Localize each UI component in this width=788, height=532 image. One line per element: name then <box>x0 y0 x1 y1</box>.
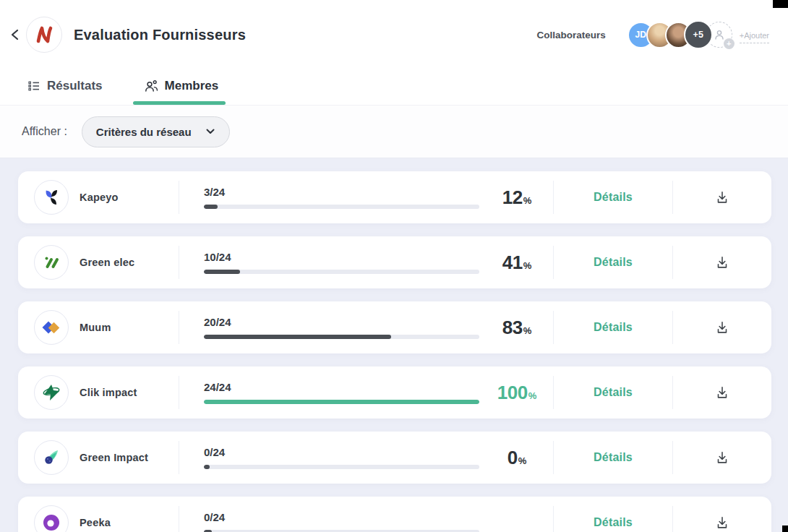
tab-bar: Résultats Membres <box>0 69 788 105</box>
member-row-clik-impact: Clik impact 24/24 100 % Détails <box>18 366 771 419</box>
member-identity: Green Impact <box>18 440 179 475</box>
member-row-muum: Muum 20/24 83 % Détails <box>18 301 771 353</box>
percent-unit: % <box>528 390 537 401</box>
progress-fraction: 24/24 <box>204 381 479 393</box>
chevron-left-icon <box>9 28 21 41</box>
progress-fraction: 0/24 <box>204 511 479 523</box>
download-button[interactable] <box>710 315 735 340</box>
add-member-button[interactable]: +Ajouter <box>740 28 769 41</box>
percent-value: 83 <box>502 317 523 339</box>
peeka-logo-icon <box>34 505 69 532</box>
person-icon <box>714 29 725 40</box>
criteria-dropdown-value: Critères du réseau <box>96 126 192 138</box>
percent-unit: % <box>523 325 532 336</box>
member-row-green-impact: Green Impact 0/24 0 % Détails <box>18 432 771 484</box>
tab-membres-label: Membres <box>165 79 219 93</box>
progress-section: 3/24 <box>179 186 481 209</box>
member-row-kapeyo: Kapeyo 3/24 12 % Détails <box>18 171 771 223</box>
collaborators-label: Collaborateurs <box>536 30 605 40</box>
details-link[interactable]: Détails <box>594 256 633 268</box>
percent-value: 100 <box>497 382 528 404</box>
progress-fraction: 20/24 <box>204 316 479 328</box>
member-identity: Peeka <box>18 505 179 532</box>
percent-section: 0 % <box>481 512 553 532</box>
header-right: Collaborateurs JD +5 + +Ajouter <box>536 20 769 49</box>
download-icon <box>714 515 730 531</box>
progress-track <box>204 205 479 209</box>
avatar-overflow-count[interactable]: +5 <box>684 20 713 49</box>
app-logo <box>26 17 62 53</box>
chevron-down-icon <box>206 129 215 134</box>
percent-unit: % <box>523 195 532 206</box>
app-window: Evaluation Fournisseurs Collaborateurs J… <box>0 0 788 532</box>
member-identity: Green elec <box>18 245 179 280</box>
red-n-logo-icon <box>34 25 54 45</box>
tab-membres[interactable]: Membres <box>145 79 219 105</box>
details-link[interactable]: Détails <box>594 321 633 333</box>
progress-section: 20/24 <box>179 316 481 339</box>
plus-icon: + <box>724 38 735 49</box>
add-member-label: +Ajouter <box>740 31 769 43</box>
filter-label: Afficher : <box>22 125 67 138</box>
progress-fraction: 0/24 <box>204 446 479 458</box>
progress-track <box>204 400 479 404</box>
progress-bar <box>204 465 210 469</box>
member-row-peeka: Peeka 0/24 0 % Détails <box>18 497 771 532</box>
tab-resultats-label: Résultats <box>47 79 103 93</box>
people-icon <box>145 80 158 93</box>
progress-track <box>204 335 479 339</box>
member-identity: Kapeyo <box>18 180 179 215</box>
member-name: Kapeyo <box>80 192 119 203</box>
criteria-dropdown[interactable]: Critères du réseau <box>82 116 230 147</box>
percent-section: 12 % <box>481 186 553 209</box>
member-row-green-elec: Green elec 10/24 41 % Détails <box>18 236 771 288</box>
download-button[interactable] <box>710 380 735 405</box>
percent-unit: % <box>523 260 532 271</box>
member-name: Peeka <box>80 517 111 528</box>
header-top: Evaluation Fournisseurs Collaborateurs J… <box>0 0 788 69</box>
download-icon <box>714 450 730 466</box>
green-elec-logo-icon <box>34 245 69 280</box>
tab-resultats[interactable]: Résultats <box>27 79 103 105</box>
percent-section: 83 % <box>481 317 553 339</box>
details-link[interactable]: Détails <box>594 451 633 463</box>
download-button[interactable] <box>710 185 735 210</box>
download-icon <box>714 189 730 205</box>
progress-track <box>204 270 479 274</box>
member-name: Clik impact <box>80 387 137 398</box>
progress-bar <box>204 335 391 339</box>
percent-section: 41 % <box>481 252 553 274</box>
member-name: Muum <box>80 322 111 333</box>
download-icon <box>714 319 730 335</box>
avatar-stack: JD +5 + <box>628 20 732 49</box>
details-link[interactable]: Détails <box>594 386 633 398</box>
progress-section: 0/24 <box>179 446 481 469</box>
download-button[interactable] <box>710 510 735 532</box>
details-link[interactable]: Détails <box>594 516 633 528</box>
member-identity: Clik impact <box>18 375 179 410</box>
member-name: Green Impact <box>80 452 148 463</box>
green-impact-logo-icon <box>34 440 69 475</box>
percent-section: 100 % <box>481 382 553 404</box>
member-identity: Muum <box>18 310 179 345</box>
progress-section: 24/24 <box>179 381 481 404</box>
progress-fraction: 10/24 <box>204 251 479 263</box>
download-button[interactable] <box>710 445 735 470</box>
back-button[interactable] <box>6 25 25 44</box>
progress-bar <box>204 400 479 404</box>
download-icon <box>714 385 730 400</box>
percent-value: 41 <box>502 252 523 274</box>
percent-value: 12 <box>502 186 523 209</box>
details-link[interactable]: Détails <box>594 191 633 203</box>
progress-section: 10/24 <box>179 251 481 274</box>
percent-section: 0 % <box>481 447 553 469</box>
progress-bar <box>204 205 218 209</box>
member-list: Kapeyo 3/24 12 % Détails <box>0 158 788 532</box>
progress-bar <box>204 270 240 274</box>
list-icon <box>27 80 40 93</box>
download-button[interactable] <box>710 250 735 275</box>
percent-value: 0 <box>508 447 518 469</box>
download-icon <box>714 254 730 270</box>
percent-unit: % <box>518 455 527 466</box>
filter-bar: Afficher : Critères du réseau <box>0 105 788 158</box>
